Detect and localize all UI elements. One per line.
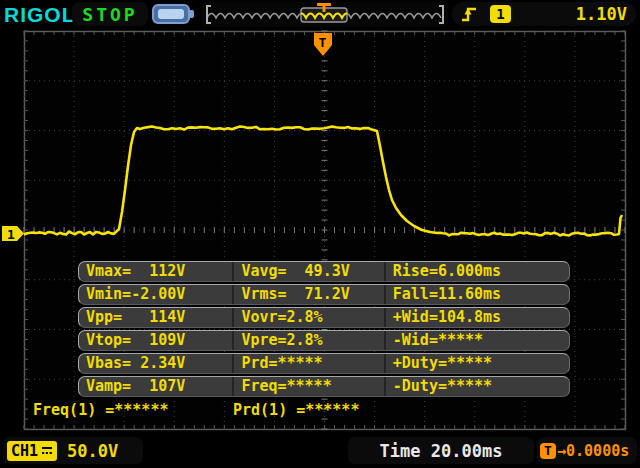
measurement-cell: Fall=11.60ms <box>384 285 569 304</box>
period-counter: Prd(1) =****** <box>233 401 359 419</box>
measurement-cell: Vavg= 49.3V <box>232 262 383 281</box>
measurement-cell: Vmax= 112V <box>79 262 232 281</box>
measurement-cell: Vtop= 109V <box>79 331 232 350</box>
trigger-position-icon: T <box>540 443 556 459</box>
trigger-offset-value: →0.0000s <box>557 442 629 460</box>
channel1-status[interactable]: CH1 50.0V <box>3 437 143 464</box>
measurement-row: Vmax= 112VVavg= 49.3VRise=6.000ms <box>78 261 570 282</box>
measurement-cell: +Wid=104.8ms <box>384 308 569 327</box>
measurement-row: Vbas= 2.34VPrd=*****+Duty=***** <box>78 353 570 374</box>
measurement-cell: -Duty=***** <box>384 377 569 396</box>
svg-text:1: 1 <box>7 227 15 242</box>
timebase-readout[interactable]: Time 20.00ms <box>348 437 534 464</box>
measurement-cell: Vpre=2.8% <box>232 331 383 350</box>
measurement-cell: Vbas= 2.34V <box>79 354 232 373</box>
measurement-cell: Prd=***** <box>232 354 383 373</box>
measurement-cell: -Wid=***** <box>384 331 569 350</box>
measurement-row: Vtop= 109VVpre=2.8%-Wid=***** <box>78 330 570 351</box>
channel1-scale-value: 50.0V <box>67 441 118 461</box>
measurement-cell: Vmin=-2.00V <box>79 285 232 304</box>
measurement-row: Vpp= 114VVovr=2.8%+Wid=104.8ms <box>78 307 570 328</box>
trigger-offset-readout: T →0.0000s <box>537 437 637 464</box>
measurement-cell: Vrms= 71.2V <box>232 285 383 304</box>
channel1-badge: CH1 <box>7 441 57 461</box>
svg-text:T: T <box>319 35 327 50</box>
oscilloscope-screen: RIGOL STOP 1 1.10V 1T Vmax= 112VVavg= 49… <box>0 0 640 468</box>
measurement-table: Vmax= 112VVavg= 49.3VRise=6.000msVmin=-2… <box>78 261 570 399</box>
channel1-level-marker[interactable]: 1 <box>2 226 24 242</box>
measurement-cell: Rise=6.000ms <box>384 262 569 281</box>
measurement-cell: Freq=***** <box>232 377 383 396</box>
measurement-cell: Vpp= 114V <box>79 308 232 327</box>
measurement-cell: Vamp= 107V <box>79 377 232 396</box>
measurement-cell: Vovr=2.8% <box>232 308 383 327</box>
measurement-cell: +Duty=***** <box>384 354 569 373</box>
measurement-row: Vamp= 107VFreq=*****-Duty=***** <box>78 376 570 397</box>
frequency-counter: Freq(1) =****** <box>33 401 168 419</box>
dc-coupling-icon <box>41 445 53 456</box>
channel1-label: CH1 <box>11 442 38 460</box>
measurement-row: Vmin=-2.00VVrms= 71.2VFall=11.60ms <box>78 284 570 305</box>
